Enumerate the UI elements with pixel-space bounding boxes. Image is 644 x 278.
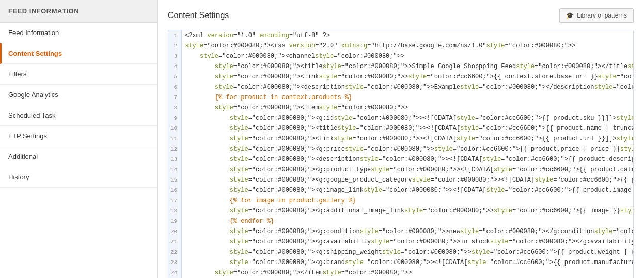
sidebar-item-filters[interactable]: Filters bbox=[0, 64, 157, 85]
line-number: 14 bbox=[168, 165, 182, 175]
line-number: 15 bbox=[168, 175, 182, 185]
table-row: 13 style="color:#000080;"><descriptionst… bbox=[168, 154, 634, 165]
table-row: 23 style="color:#000080;"><g:brandstyle=… bbox=[168, 257, 634, 268]
table-row: 22 style="color:#000080;"><g:shipping_we… bbox=[168, 247, 634, 257]
line-content: style="color:#000080;"><g:image_linkstyl… bbox=[182, 185, 634, 195]
sidebar-item-feed-information[interactable]: Feed Information bbox=[0, 23, 157, 43]
line-number: 4 bbox=[168, 61, 182, 72]
line-number: 19 bbox=[168, 216, 182, 226]
line-number: 23 bbox=[168, 257, 182, 268]
line-content: style="color:#000080;"><descriptionstyle… bbox=[182, 154, 634, 165]
table-row: 6 style="color:#000080;"><descriptionsty… bbox=[168, 82, 634, 92]
line-number: 16 bbox=[168, 185, 182, 195]
table-row: 18 style="color:#000080;"><g:additional_… bbox=[168, 206, 634, 216]
sidebar-item-history[interactable]: History bbox=[0, 167, 157, 188]
sidebar-item-ftp-settings[interactable]: FTP Settings bbox=[0, 126, 157, 146]
table-row: 7 {% for product in context.products %} bbox=[168, 92, 634, 103]
table-row: 3 style="color:#000080;"><channelstyle="… bbox=[168, 51, 634, 61]
line-content: style="color:#000080;"><itemstyle="color… bbox=[182, 103, 634, 113]
table-row: 12 style="color:#000080;"><g:pricestyle=… bbox=[168, 144, 634, 154]
table-row: 10 style="color:#000080;"><titlestyle="c… bbox=[168, 123, 634, 134]
line-number: 1 bbox=[168, 30, 182, 41]
line-content: style="color:#000080;"><channelstyle="co… bbox=[182, 51, 634, 61]
line-number: 10 bbox=[168, 123, 182, 134]
line-content: style="color:#000080;"><rss version="2.0… bbox=[182, 41, 634, 51]
table-row: 15 style="color:#000080;"><g:google_prod… bbox=[168, 175, 634, 185]
table-row: 20 style="color:#000080;"><g:conditionst… bbox=[168, 226, 634, 237]
sidebar-item-scheduled-task[interactable]: Scheduled Task bbox=[0, 105, 157, 126]
line-content: style="color:#000080;"><descriptionstyle… bbox=[182, 82, 634, 92]
line-number: 24 bbox=[168, 268, 182, 278]
line-content: style="color:#000080;"><linkstyle="color… bbox=[182, 72, 634, 82]
table-row: 1<?xml version="1.0" encoding="utf-8" ?> bbox=[168, 30, 634, 41]
table-row: 19 {% endfor %} bbox=[168, 216, 634, 226]
library-btn-label: Library of patterns bbox=[577, 12, 627, 19]
line-number: 3 bbox=[168, 51, 182, 61]
table-row: 2style="color:#000080;"><rss version="2.… bbox=[168, 41, 634, 51]
line-content: style="color:#000080;"><g:additional_ima… bbox=[182, 206, 634, 216]
code-editor[interactable]: 1<?xml version="1.0" encoding="utf-8" ?>… bbox=[168, 30, 634, 278]
main-header: Content Settings 🎓 Library of patterns bbox=[168, 8, 634, 23]
line-number: 6 bbox=[168, 82, 182, 92]
line-content: style="color:#000080;"><g:conditionstyle… bbox=[182, 226, 634, 237]
table-row: 14 style="color:#000080;"><g:product_typ… bbox=[168, 165, 634, 175]
sidebar-item-google-analytics[interactable]: Google Analytics bbox=[0, 85, 157, 105]
line-number: 13 bbox=[168, 154, 182, 165]
line-content: style="color:#000080;"><g:shipping_weigh… bbox=[182, 247, 634, 257]
line-number: 22 bbox=[168, 247, 182, 257]
line-content: style="color:#000080;"><linkstyle="color… bbox=[182, 134, 634, 144]
sidebar-header: FEED INFORMATION bbox=[0, 0, 157, 23]
main-content: Content Settings 🎓 Library of patterns 1… bbox=[158, 0, 644, 278]
sidebar-item-content-settings[interactable]: Content Settings bbox=[0, 43, 157, 64]
table-row: 11 style="color:#000080;"><linkstyle="co… bbox=[168, 134, 634, 144]
line-number: 17 bbox=[168, 195, 182, 206]
line-content: {% endfor %} bbox=[182, 216, 634, 226]
table-row: 16 style="color:#000080;"><g:image_links… bbox=[168, 185, 634, 195]
diploma-icon: 🎓 bbox=[566, 12, 574, 19]
line-content: style="color:#000080;"></itemstyle="colo… bbox=[182, 268, 634, 278]
line-content: style="color:#000080;"><g:pricestyle="co… bbox=[182, 144, 634, 154]
line-content: style="color:#000080;"><titlestyle="colo… bbox=[182, 123, 634, 134]
table-row: 17 {% for image in product.gallery %} bbox=[168, 195, 634, 206]
table-row: 24 style="color:#000080;"></itemstyle="c… bbox=[168, 268, 634, 278]
line-number: 12 bbox=[168, 144, 182, 154]
sidebar: FEED INFORMATION Feed InformationContent… bbox=[0, 0, 158, 278]
line-content: style="color:#000080;"><g:product_typest… bbox=[182, 165, 634, 175]
line-number: 2 bbox=[168, 41, 182, 51]
library-patterns-button[interactable]: 🎓 Library of patterns bbox=[559, 8, 634, 23]
table-row: 21 style="color:#000080;"><g:availabilit… bbox=[168, 237, 634, 247]
line-content: <?xml version="1.0" encoding="utf-8" ?> bbox=[182, 30, 634, 41]
line-number: 9 bbox=[168, 113, 182, 123]
line-number: 7 bbox=[168, 92, 182, 103]
line-content: style="color:#000080;"><g:idstyle="color… bbox=[182, 113, 634, 123]
line-content: style="color:#000080;"><g:availabilityst… bbox=[182, 237, 634, 247]
table-row: 4 style="color:#000080;"><titlestyle="co… bbox=[168, 61, 634, 72]
table-row: 9 style="color:#000080;"><g:idstyle="col… bbox=[168, 113, 634, 123]
line-number: 11 bbox=[168, 134, 182, 144]
line-number: 8 bbox=[168, 103, 182, 113]
page-title: Content Settings bbox=[168, 11, 229, 20]
line-number: 5 bbox=[168, 72, 182, 82]
line-number: 21 bbox=[168, 237, 182, 247]
table-row: 5 style="color:#000080;"><linkstyle="col… bbox=[168, 72, 634, 82]
line-number: 20 bbox=[168, 226, 182, 237]
line-number: 18 bbox=[168, 206, 182, 216]
line-content: style="color:#000080;"><g:brandstyle="co… bbox=[182, 257, 634, 268]
line-content: {% for product in context.products %} bbox=[182, 92, 634, 103]
line-content: style="color:#000080;"><g:google_product… bbox=[182, 175, 634, 185]
table-row: 8 style="color:#000080;"><itemstyle="col… bbox=[168, 103, 634, 113]
line-content: style="color:#000080;"><titlestyle="colo… bbox=[182, 61, 634, 72]
sidebar-item-additional[interactable]: Additional bbox=[0, 146, 157, 167]
line-content: {% for image in product.gallery %} bbox=[182, 195, 634, 206]
